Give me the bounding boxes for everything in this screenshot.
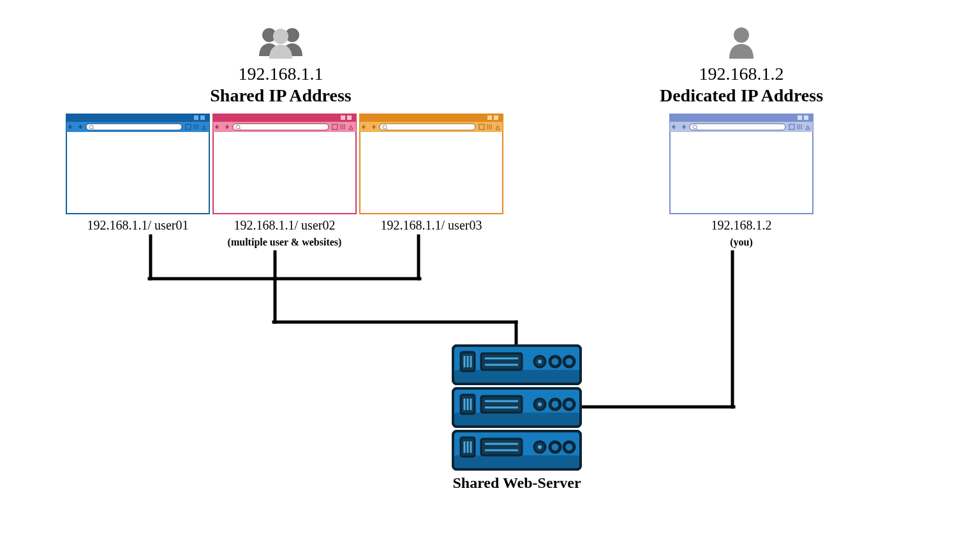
svg-rect-82 [481,396,522,413]
server-title: Shared Web-Server [452,474,581,492]
svg-rect-68 [481,353,522,370]
svg-point-72 [538,360,542,364]
server-stack-icon [452,344,582,471]
svg-rect-96 [481,439,522,455]
svg-point-100 [538,445,542,449]
svg-point-86 [538,402,542,406]
